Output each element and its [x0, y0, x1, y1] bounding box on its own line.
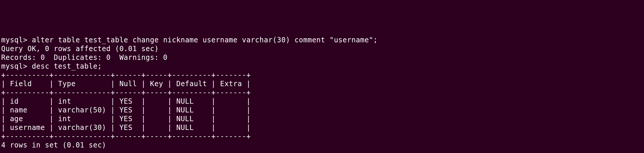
- alter-table-command: alter table test_table change nickname u…: [32, 36, 378, 44]
- table-border-mid: +----------+-------------+------+-----+-…: [1, 88, 643, 97]
- desc-command: desc test_table;: [32, 62, 102, 70]
- table-row: | name | varchar(50) | YES | | NULL | |: [1, 106, 643, 114]
- mysql-prompt: mysql>: [1, 62, 32, 70]
- query-ok-result: Query OK, 0 rows affected (0.01 sec): [1, 44, 643, 53]
- table-header-row: | Field | Type | Null | Key | Default | …: [1, 79, 643, 88]
- terminal-output[interactable]: mysql> alter table test_table change nic…: [1, 36, 643, 149]
- table-row: | id | int | YES | | NULL | |: [1, 97, 643, 106]
- table-border-top: +----------+-------------+------+-----+-…: [1, 71, 643, 79]
- table-row: | username | varchar(30) | YES | | NULL …: [1, 123, 643, 132]
- table-border-bottom: +----------+-------------+------+-----+-…: [1, 132, 643, 141]
- rows-in-set-footer: 4 rows in set (0.01 sec): [1, 141, 643, 149]
- mysql-prompt: mysql>: [1, 36, 32, 44]
- records-summary: Records: 0 Duplicates: 0 Warnings: 0: [1, 53, 643, 62]
- table-row: | age | int | YES | | NULL | |: [1, 114, 643, 123]
